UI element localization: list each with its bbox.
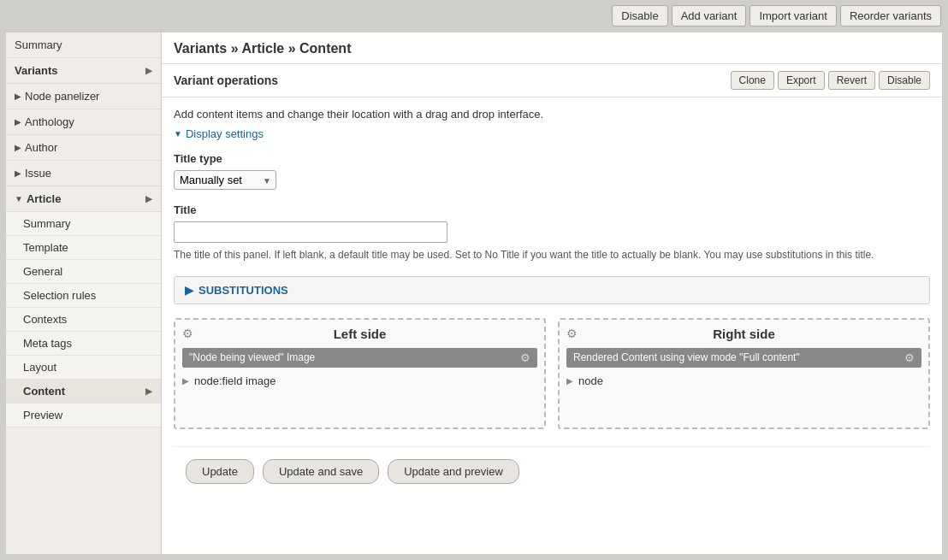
revert-button[interactable]: Revert: [828, 71, 875, 90]
sidebar-subitem-summary-label: Summary: [23, 217, 71, 230]
sidebar-subitem-selection-rules[interactable]: Selection rules: [6, 284, 161, 308]
right-column-header: ⚙ Right side: [560, 320, 928, 348]
sidebar-subitem-contexts[interactable]: Contexts: [6, 308, 161, 332]
title-field-label: Title: [174, 203, 930, 216]
right-node-item: ▶ node: [566, 374, 921, 387]
page-wrapper: Disable Add variant Import variant Reord…: [0, 0, 948, 560]
triangle-down-icon: ▼: [174, 129, 182, 139]
bottom-buttons: Update Update and save Update and previe…: [174, 446, 930, 496]
sidebar-subitem-layout-label: Layout: [23, 361, 56, 374]
sidebar-item-article[interactable]: ▼ Article: [6, 186, 161, 212]
left-block-gear-icon[interactable]: ⚙: [520, 351, 530, 364]
left-block-label: "Node being viewed" Image: [189, 351, 315, 363]
sidebar-subitem-preview-label: Preview: [23, 409, 62, 421]
substitutions-box: ▶ SUBSTITUTIONS: [174, 276, 930, 304]
substitutions-arrow-icon: ▶: [185, 284, 193, 297]
arrow-icon: ▶: [15, 91, 21, 101]
sidebar-subitem-preview[interactable]: Preview: [6, 404, 161, 427]
display-settings-label: Display settings: [186, 127, 264, 140]
sidebar-subitem-summary[interactable]: Summary: [6, 212, 161, 236]
sidebar-subitem-content[interactable]: Content: [6, 380, 161, 404]
sidebar-item-author[interactable]: ▶ Author: [6, 135, 161, 161]
variant-ops-buttons: Clone Export Revert Disable: [731, 71, 930, 90]
columns-container: ⚙ Left side "Node being viewed" Image ⚙ …: [174, 318, 930, 429]
top-bar: Disable Add variant Import variant Reord…: [0, 0, 948, 32]
sidebar-item-node-panelizer[interactable]: ▶ Node panelizer: [6, 84, 161, 109]
title-type-section: Title type Manually setNo titleFrom cont…: [174, 152, 930, 190]
sidebar-subitem-general[interactable]: General: [6, 260, 161, 284]
sidebar-issue-label: Issue: [25, 167, 51, 180]
disable-top-button[interactable]: Disable: [612, 5, 667, 27]
right-node-arrow-icon: ▶: [566, 376, 573, 386]
arrow-icon: ▶: [15, 143, 21, 152]
arrow-icon: ▶: [15, 168, 21, 178]
add-variant-button[interactable]: Add variant: [672, 5, 747, 27]
disable-ops-button[interactable]: Disable: [879, 71, 930, 90]
arrow-icon: ▶: [15, 117, 21, 127]
breadcrumb: Variants » Article » Content: [174, 41, 930, 56]
export-button[interactable]: Export: [778, 71, 825, 90]
title-hint: The title of this panel. If left blank, …: [174, 248, 909, 262]
left-node-item: ▶ node:field image: [182, 374, 537, 387]
title-type-select-wrapper: Manually setNo titleFrom context ▼: [174, 170, 276, 190]
left-column-gear-icon[interactable]: ⚙: [182, 327, 193, 340]
update-button[interactable]: Update: [186, 459, 254, 484]
sidebar-author-label: Author: [25, 141, 57, 154]
content-header: Variants » Article » Content: [162, 32, 942, 64]
variant-ops-header: Variant operations Clone Export Revert D…: [162, 64, 942, 97]
right-column-title: Right side: [713, 327, 775, 341]
left-node-label: node:field image: [194, 374, 276, 387]
sidebar-subitem-layout[interactable]: Layout: [6, 356, 161, 380]
sidebar-subitem-meta-tags[interactable]: Meta tags: [6, 332, 161, 356]
right-node-label: node: [578, 374, 603, 387]
info-text: Add content items and change their locat…: [174, 108, 930, 121]
sidebar-subitem-contexts-label: Contexts: [23, 313, 67, 326]
sidebar-article-label: Article: [27, 192, 61, 205]
substitutions-label: SUBSTITUTIONS: [198, 284, 288, 297]
title-input[interactable]: [174, 221, 447, 243]
content-body: Add content items and change their locat…: [162, 97, 942, 506]
title-type-select[interactable]: Manually setNo titleFrom context: [174, 170, 276, 190]
sidebar-subitem-template[interactable]: Template: [6, 236, 161, 260]
sidebar-node-panelizer-label: Node panelizer: [25, 90, 99, 103]
left-column-panel: ⚙ Left side "Node being viewed" Image ⚙ …: [174, 318, 546, 429]
sidebar-subitem-template-label: Template: [23, 241, 68, 254]
sidebar-anthology-label: Anthology: [25, 115, 74, 128]
sidebar-subitem-meta-tags-label: Meta tags: [23, 337, 72, 350]
title-type-label: Title type: [174, 152, 930, 165]
left-node-arrow-icon: ▶: [182, 376, 189, 386]
right-column-panel: ⚙ Right side Rendered Content using view…: [558, 318, 930, 429]
update-save-button[interactable]: Update and save: [263, 459, 379, 484]
left-column-header: ⚙ Left side: [175, 320, 544, 348]
sidebar-summary-top-label: Summary: [15, 38, 62, 51]
main-layout: Summary Variants ▶ Node panelizer ▶ Anth…: [5, 32, 943, 555]
right-block-gear-icon[interactable]: ⚙: [904, 351, 915, 364]
reorder-variants-button[interactable]: Reorder variants: [840, 5, 941, 27]
update-preview-button[interactable]: Update and preview: [388, 459, 519, 484]
sidebar-variants-label: Variants: [15, 64, 58, 77]
import-variant-button[interactable]: Import variant: [750, 5, 836, 27]
right-column-gear-icon[interactable]: ⚙: [566, 327, 578, 340]
sidebar-subitem-selection-rules-label: Selection rules: [23, 289, 96, 302]
arrow-down-icon: ▼: [15, 194, 23, 203]
left-column-title: Left side: [334, 327, 387, 341]
sidebar-item-variants[interactable]: Variants: [6, 58, 161, 84]
content-panel: Variants » Article » Content Variant ope…: [162, 32, 942, 554]
right-content-block: Rendered Content using view mode "Full c…: [566, 348, 921, 368]
title-section: Title The title of this panel. If left b…: [174, 203, 930, 262]
substitutions-header[interactable]: ▶ SUBSTITUTIONS: [175, 277, 929, 304]
variant-ops-title: Variant operations: [174, 74, 278, 87]
display-settings-link[interactable]: ▼ Display settings: [174, 127, 930, 140]
sidebar-item-summary-top[interactable]: Summary: [6, 32, 161, 58]
clone-button[interactable]: Clone: [731, 71, 774, 90]
sidebar-subitem-general-label: General: [23, 265, 62, 278]
sidebar-item-issue[interactable]: ▶ Issue: [6, 161, 161, 186]
left-content-block: "Node being viewed" Image ⚙: [182, 348, 537, 368]
right-block-label: Rendered Content using view mode "Full c…: [573, 351, 800, 363]
sidebar-subitem-content-label: Content: [23, 385, 65, 398]
sidebar: Summary Variants ▶ Node panelizer ▶ Anth…: [6, 32, 162, 554]
sidebar-item-anthology[interactable]: ▶ Anthology: [6, 109, 161, 135]
